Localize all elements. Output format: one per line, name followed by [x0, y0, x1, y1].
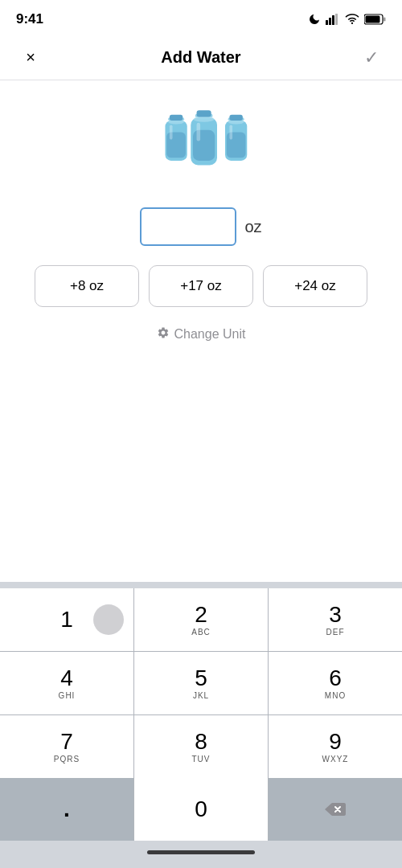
delete-icon: [324, 800, 347, 818]
close-button[interactable]: ×: [16, 43, 45, 72]
svg-rect-5: [366, 16, 380, 23]
svg-rect-18: [197, 123, 201, 141]
key-7[interactable]: 7 PQRS: [0, 715, 133, 778]
svg-rect-15: [193, 130, 215, 161]
svg-point-16: [194, 117, 214, 122]
key-5[interactable]: 5 JKL: [134, 652, 268, 714]
change-unit-label: Change Unit: [174, 327, 246, 342]
svg-rect-9: [166, 133, 186, 158]
svg-rect-12: [170, 125, 173, 139]
nav-bar: × Add Water ✓: [0, 35, 402, 80]
wifi-icon: [345, 14, 359, 25]
change-unit-button[interactable]: Change Unit: [157, 326, 246, 342]
water-bottles-illustration: [153, 104, 249, 207]
svg-rect-17: [197, 110, 211, 117]
keyboard-grid: 1 2 ABC 3 DEF 4 GHI 5 JKL 6 MNO 7 PQRS: [0, 588, 402, 778]
key-2[interactable]: 2 ABC: [134, 588, 268, 651]
quick-add-row: +8 oz +17 oz +24 oz: [35, 265, 367, 307]
key-6[interactable]: 6 MNO: [269, 652, 402, 714]
keyboard-bottom-row: . 0: [0, 778, 402, 841]
key-0[interactable]: 0: [134, 778, 268, 841]
key-4[interactable]: 4 GHI: [0, 652, 133, 714]
svg-rect-24: [229, 125, 232, 139]
quick-add-8oz[interactable]: +8 oz: [35, 265, 139, 307]
confirm-button[interactable]: ✓: [357, 43, 386, 72]
key-delete[interactable]: [269, 778, 402, 841]
svg-rect-11: [170, 115, 183, 121]
input-row: oz: [140, 207, 261, 246]
keyboard-area: 1 2 ABC 3 DEF 4 GHI 5 JKL 6 MNO 7 PQRS: [0, 582, 402, 841]
svg-rect-23: [229, 115, 242, 121]
gear-icon: [157, 326, 170, 342]
svg-rect-2: [332, 15, 334, 25]
key-9[interactable]: 9 WXYZ: [269, 715, 402, 778]
quick-add-24oz[interactable]: +24 oz: [263, 265, 367, 307]
svg-rect-3: [335, 14, 338, 25]
svg-rect-6: [384, 18, 386, 22]
svg-rect-1: [329, 18, 331, 25]
home-indicator-area: [0, 841, 402, 868]
page-title: Add Water: [161, 48, 240, 67]
main-content: oz +8 oz +17 oz +24 oz Change Unit: [0, 80, 402, 582]
key-dot[interactable]: .: [0, 778, 133, 841]
quick-add-17oz[interactable]: +17 oz: [149, 265, 253, 307]
status-time: 9:41: [16, 11, 43, 27]
key-3[interactable]: 3 DEF: [269, 588, 402, 651]
key-8[interactable]: 8 TUV: [134, 715, 268, 778]
touch-indicator: [93, 604, 124, 635]
svg-rect-0: [326, 20, 328, 25]
battery-icon: [364, 14, 386, 25]
water-amount-input[interactable]: [140, 207, 236, 246]
moon-icon: [308, 13, 321, 26]
unit-label: oz: [244, 218, 261, 236]
signal-icon: [326, 14, 340, 25]
status-icons: [308, 13, 386, 26]
key-1[interactable]: 1: [0, 588, 133, 651]
home-indicator: [147, 850, 255, 854]
status-bar: 9:41: [0, 0, 402, 35]
svg-rect-21: [227, 133, 246, 158]
